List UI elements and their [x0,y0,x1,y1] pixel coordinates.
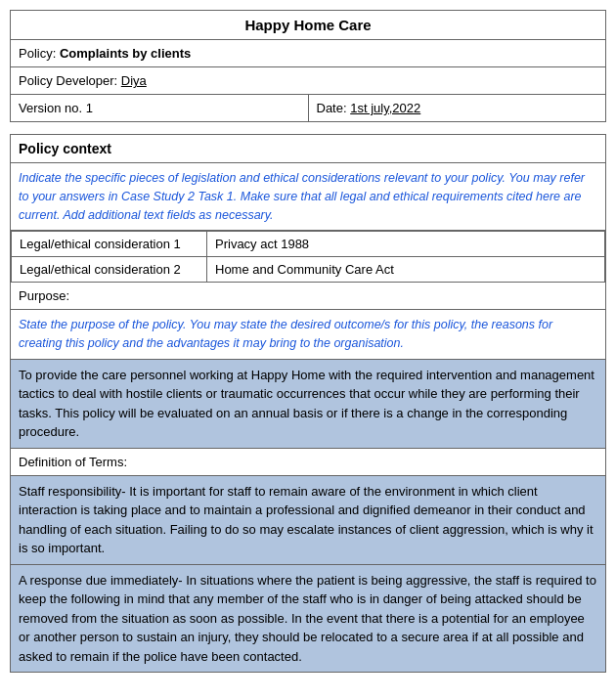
legal-label-2: Legal/ethical consideration 2 [12,257,207,283]
legal-value-1: Privacy act 1988 [207,232,605,257]
policy-label: Policy: [19,46,56,61]
version-cell: Version no. 1 [11,95,309,122]
definition-content-2: A response due immediately- In situation… [11,565,605,673]
section-title: Policy context [11,135,605,163]
document-title: Happy Home Care [11,11,606,40]
purpose-label: Purpose: [11,283,605,310]
developer-row: Policy Developer: Diya [11,67,606,95]
policy-value: Complaints by clients [60,46,191,61]
policy-row: Policy: Complaints by clients [11,40,606,67]
legal-table: Legal/ethical consideration 1 Privacy ac… [11,231,605,283]
developer-label: Policy Developer: [19,73,117,88]
developer-value: Diya [121,73,147,88]
version-value: 1 [86,101,93,115]
version-label: Version no. [19,101,82,115]
legal-label-1: Legal/ethical consideration 1 [12,232,207,257]
date-value: 1st july,2022 [350,101,420,115]
date-label: Date: [317,101,347,115]
purpose-instruction: State the purpose of the policy. You may… [11,310,605,360]
date-cell: Date: 1st july,2022 [308,95,606,122]
legal-value-2: Home and Community Care Act [207,257,605,283]
policy-context-section: Policy context Indicate the specific pie… [10,134,606,673]
definition-content-1: Staff responsibility- It is important fo… [11,476,605,565]
definition-header: Definition of Terms: [11,449,605,476]
header-table: Happy Home Care Policy: Complaints by cl… [10,10,606,122]
purpose-content: To provide the care personnel working at… [11,360,605,449]
context-instruction: Indicate the specific pieces of legislat… [11,163,605,231]
